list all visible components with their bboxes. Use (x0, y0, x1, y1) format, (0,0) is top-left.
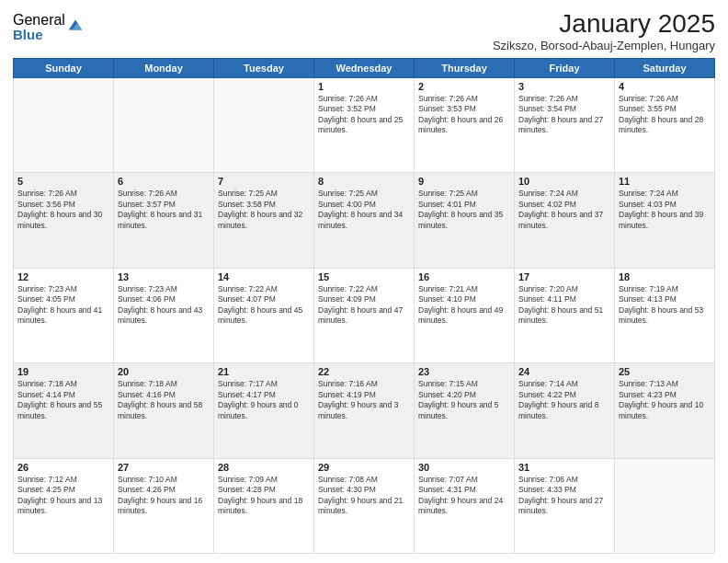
day-number: 3 (518, 81, 610, 92)
calendar-week-row: 26Sunrise: 7:12 AM Sunset: 4:25 PM Dayli… (14, 458, 715, 553)
day-number: 25 (619, 366, 711, 377)
day-number: 13 (118, 271, 210, 282)
day-number: 18 (619, 271, 711, 282)
day-info: Sunrise: 7:25 AM Sunset: 4:00 PM Dayligh… (318, 189, 410, 231)
calendar-week-row: 12Sunrise: 7:23 AM Sunset: 4:05 PM Dayli… (14, 268, 715, 362)
day-info: Sunrise: 7:26 AM Sunset: 3:53 PM Dayligh… (418, 94, 510, 136)
calendar-table: Sunday Monday Tuesday Wednesday Thursday… (13, 58, 715, 554)
day-info: Sunrise: 7:09 AM Sunset: 4:28 PM Dayligh… (218, 475, 310, 517)
header-monday: Monday (114, 59, 214, 78)
day-info: Sunrise: 7:07 AM Sunset: 4:31 PM Dayligh… (418, 475, 510, 517)
table-row: 28Sunrise: 7:09 AM Sunset: 4:28 PM Dayli… (214, 458, 314, 553)
header-friday: Friday (515, 59, 615, 78)
table-row (114, 78, 214, 173)
day-info: Sunrise: 7:14 AM Sunset: 4:22 PM Dayligh… (518, 379, 610, 421)
day-number: 24 (518, 366, 610, 377)
table-row: 10Sunrise: 7:24 AM Sunset: 4:02 PM Dayli… (515, 173, 615, 268)
day-number: 30 (418, 462, 510, 473)
day-info: Sunrise: 7:13 AM Sunset: 4:23 PM Dayligh… (619, 379, 711, 421)
header-saturday: Saturday (615, 59, 715, 78)
table-row: 27Sunrise: 7:10 AM Sunset: 4:26 PM Dayli… (114, 458, 214, 553)
table-row: 12Sunrise: 7:23 AM Sunset: 4:05 PM Dayli… (14, 268, 114, 362)
day-info: Sunrise: 7:25 AM Sunset: 4:01 PM Dayligh… (418, 189, 510, 231)
table-row (14, 78, 114, 173)
day-info: Sunrise: 7:18 AM Sunset: 4:16 PM Dayligh… (118, 379, 210, 421)
day-info: Sunrise: 7:24 AM Sunset: 4:02 PM Dayligh… (518, 189, 610, 231)
table-row: 8Sunrise: 7:25 AM Sunset: 4:00 PM Daylig… (314, 173, 415, 268)
table-row: 6Sunrise: 7:26 AM Sunset: 3:57 PM Daylig… (114, 173, 214, 268)
day-number: 11 (619, 176, 711, 187)
day-info: Sunrise: 7:22 AM Sunset: 4:07 PM Dayligh… (218, 284, 310, 327)
day-number: 27 (118, 462, 210, 473)
table-row: 2Sunrise: 7:26 AM Sunset: 3:53 PM Daylig… (415, 78, 515, 173)
day-info: Sunrise: 7:10 AM Sunset: 4:26 PM Dayligh… (118, 475, 210, 517)
day-info: Sunrise: 7:12 AM Sunset: 4:25 PM Dayligh… (17, 475, 109, 517)
day-info: Sunrise: 7:22 AM Sunset: 4:09 PM Dayligh… (318, 284, 410, 327)
table-row: 19Sunrise: 7:18 AM Sunset: 4:14 PM Dayli… (14, 363, 114, 458)
day-info: Sunrise: 7:26 AM Sunset: 3:56 PM Dayligh… (17, 189, 109, 231)
day-number: 19 (17, 366, 109, 377)
table-row: 1Sunrise: 7:26 AM Sunset: 3:52 PM Daylig… (314, 78, 415, 173)
page-container: General Blue January 2025 Szikszo, Borso… (0, 0, 728, 563)
table-row: 5Sunrise: 7:26 AM Sunset: 3:56 PM Daylig… (14, 173, 114, 268)
day-number: 29 (318, 462, 410, 473)
header-tuesday: Tuesday (214, 59, 314, 78)
day-info: Sunrise: 7:26 AM Sunset: 3:54 PM Dayligh… (518, 94, 610, 136)
day-info: Sunrise: 7:23 AM Sunset: 4:05 PM Dayligh… (17, 284, 109, 327)
day-info: Sunrise: 7:25 AM Sunset: 3:58 PM Dayligh… (218, 189, 310, 231)
day-info: Sunrise: 7:19 AM Sunset: 4:13 PM Dayligh… (619, 284, 711, 327)
day-number: 5 (17, 176, 109, 187)
logo-icon (67, 17, 84, 33)
table-row: 3Sunrise: 7:26 AM Sunset: 3:54 PM Daylig… (515, 78, 615, 173)
day-info: Sunrise: 7:16 AM Sunset: 4:19 PM Dayligh… (318, 379, 410, 421)
day-info: Sunrise: 7:24 AM Sunset: 4:03 PM Dayligh… (619, 189, 711, 231)
table-row: 24Sunrise: 7:14 AM Sunset: 4:22 PM Dayli… (515, 363, 615, 458)
day-number: 20 (118, 366, 210, 377)
day-number: 17 (518, 271, 610, 282)
table-row: 14Sunrise: 7:22 AM Sunset: 4:07 PM Dayli… (214, 268, 314, 362)
day-info: Sunrise: 7:06 AM Sunset: 4:33 PM Dayligh… (518, 475, 610, 517)
table-row: 9Sunrise: 7:25 AM Sunset: 4:01 PM Daylig… (415, 173, 515, 268)
table-row: 30Sunrise: 7:07 AM Sunset: 4:31 PM Dayli… (415, 458, 515, 553)
logo-general: General (13, 13, 65, 28)
table-row: 25Sunrise: 7:13 AM Sunset: 4:23 PM Dayli… (615, 363, 715, 458)
day-info: Sunrise: 7:26 AM Sunset: 3:57 PM Dayligh… (118, 189, 210, 231)
day-number: 8 (318, 176, 410, 187)
table-row: 15Sunrise: 7:22 AM Sunset: 4:09 PM Dayli… (314, 268, 415, 362)
calendar-week-row: 19Sunrise: 7:18 AM Sunset: 4:14 PM Dayli… (14, 363, 715, 458)
day-info: Sunrise: 7:23 AM Sunset: 4:06 PM Dayligh… (118, 284, 210, 327)
day-number: 14 (218, 271, 310, 282)
day-number: 15 (318, 271, 410, 282)
header-wednesday: Wednesday (314, 59, 415, 78)
header-sunday: Sunday (14, 59, 114, 78)
day-number: 23 (418, 366, 510, 377)
month-year-title: January 2025 (493, 9, 715, 39)
header-thursday: Thursday (415, 59, 515, 78)
table-row: 11Sunrise: 7:24 AM Sunset: 4:03 PM Dayli… (615, 173, 715, 268)
day-info: Sunrise: 7:08 AM Sunset: 4:30 PM Dayligh… (318, 475, 410, 517)
logo: General Blue (13, 13, 84, 41)
logo-blue: Blue (13, 28, 65, 41)
day-info: Sunrise: 7:17 AM Sunset: 4:17 PM Dayligh… (218, 379, 310, 421)
calendar-week-row: 5Sunrise: 7:26 AM Sunset: 3:56 PM Daylig… (14, 173, 715, 268)
table-row: 16Sunrise: 7:21 AM Sunset: 4:10 PM Dayli… (415, 268, 515, 362)
day-info: Sunrise: 7:26 AM Sunset: 3:55 PM Dayligh… (619, 94, 711, 136)
calendar-header-row: Sunday Monday Tuesday Wednesday Thursday… (14, 59, 715, 78)
day-number: 7 (218, 176, 310, 187)
table-row: 7Sunrise: 7:25 AM Sunset: 3:58 PM Daylig… (214, 173, 314, 268)
day-number: 28 (218, 462, 310, 473)
table-row: 29Sunrise: 7:08 AM Sunset: 4:30 PM Dayli… (314, 458, 415, 553)
day-number: 4 (619, 81, 711, 92)
day-number: 21 (218, 366, 310, 377)
logo-text: General Blue (13, 13, 65, 41)
day-number: 26 (17, 462, 109, 473)
day-number: 31 (518, 462, 610, 473)
day-info: Sunrise: 7:20 AM Sunset: 4:11 PM Dayligh… (518, 284, 610, 327)
day-number: 12 (17, 271, 109, 282)
table-row (214, 78, 314, 173)
table-row: 20Sunrise: 7:18 AM Sunset: 4:16 PM Dayli… (114, 363, 214, 458)
day-number: 9 (418, 176, 510, 187)
table-row: 17Sunrise: 7:20 AM Sunset: 4:11 PM Dayli… (515, 268, 615, 362)
day-info: Sunrise: 7:21 AM Sunset: 4:10 PM Dayligh… (418, 284, 510, 327)
day-number: 2 (418, 81, 510, 92)
